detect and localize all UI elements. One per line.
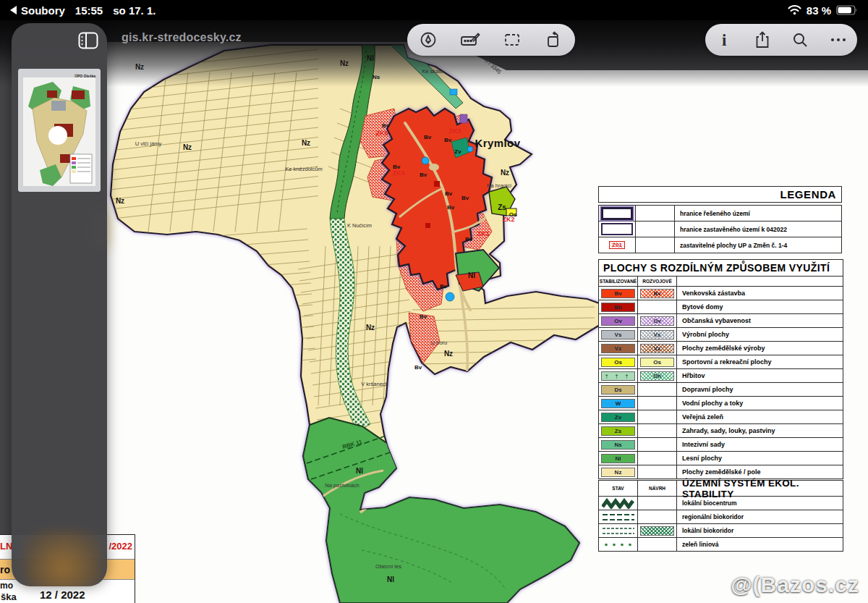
document-page[interactable]: KrymlovNzNzNzNzNzNzNzNzNlNsNlNlNlZsOsZvB… — [0, 0, 868, 603]
zigzag-pattern — [602, 498, 635, 509]
map-label: Nz — [302, 139, 310, 147]
fragment-mo: mo — [0, 581, 13, 591]
col-rozvojove: ROZVOJOVÉ — [638, 277, 677, 286]
swatch-Bv: Bv — [640, 289, 674, 298]
map-label: ZK3 — [448, 127, 461, 135]
land-use-label: Intezivní sady — [677, 438, 843, 451]
markup-pen-icon[interactable] — [412, 24, 444, 56]
eco-stability-row: lokální biocentrum — [599, 497, 843, 510]
land-use-label: Dopravní plochy — [677, 383, 843, 396]
map-label: Nz — [366, 324, 375, 332]
map-label: V kršanech — [361, 381, 388, 387]
map-label: Bv — [414, 364, 422, 371]
swatch-Vs: Vs — [640, 330, 674, 340]
share-icon[interactable] — [746, 24, 778, 56]
selection-crop-icon[interactable] — [496, 24, 528, 56]
map-label: Obecní les — [375, 563, 401, 570]
swatch-Ds: Ds — [601, 385, 635, 395]
document-thumbnail[interactable]: ÚPO Oleška — [18, 69, 101, 192]
land-use-label: Plochy zemědělské výroby — [677, 342, 843, 355]
land-use-row: NlLesní plochy — [599, 452, 843, 465]
eco-stability-label: lokální biocentrum — [677, 497, 843, 510]
land-use-label: Zahrady, sady, louky, pastviny — [677, 424, 843, 437]
thumbnail-map — [18, 69, 101, 192]
map-label: Nz — [116, 197, 124, 205]
red-fragment-left: LN — [0, 541, 12, 552]
swatch-Os: Os — [601, 358, 635, 367]
swatch-Ns: Ns — [601, 440, 635, 450]
swatch-pattern: † † † — [601, 371, 635, 381]
legend-panel: LEGENDA hranice řešeného územíhranice za… — [598, 186, 842, 253]
swatch-Ov: Ov — [601, 316, 635, 326]
frame-bold-swatch — [601, 207, 633, 220]
land-use-row: WVodní plochy a toky — [599, 397, 843, 410]
title-block-date: 12 / 2022 — [40, 589, 85, 601]
swatch-Ov: Ov — [640, 316, 674, 326]
col-navrh: NÁVRH — [638, 481, 677, 496]
map-label: Nz — [444, 350, 453, 358]
swatch-Bv: Bv — [601, 289, 635, 298]
map-label: Nl — [356, 467, 363, 475]
land-use-label: Sportovní a rekreační plochy — [677, 355, 843, 368]
map-label: Na pastvinách — [325, 482, 359, 489]
text-annotate-icon[interactable] — [454, 24, 486, 56]
red-fragment-right: /2022 — [109, 541, 132, 552]
wifi-icon — [788, 5, 801, 15]
land-use-label: Veřejná zeleň — [677, 410, 843, 423]
back-to-app-button[interactable]: Soubory — [10, 4, 65, 17]
legend-row: hranice řešeného území — [599, 206, 841, 221]
eco-stability-title: ÚZEMNÍ SYSTÉM EKOL. STABILITY — [677, 478, 843, 499]
watermark: @(Bazos.cz — [731, 573, 859, 597]
map-label: Bv — [444, 137, 451, 143]
swatch-W: W — [601, 399, 635, 408]
map-label: Na hranici — [487, 182, 511, 189]
land-use-row: VsVsVýrobní plochy — [599, 328, 843, 342]
map-label: Zs — [498, 203, 506, 211]
info-icon[interactable]: i — [708, 24, 740, 56]
map-label: Zv — [454, 148, 461, 155]
search-icon[interactable] — [784, 24, 816, 56]
col-stav: STAV — [599, 481, 638, 496]
land-use-label: Plochy zemědělské / pole — [677, 465, 843, 478]
swatch-Nl: Nl — [601, 454, 635, 463]
map-label: Ns — [373, 74, 380, 80]
swatch-Os: Os — [640, 358, 674, 367]
battery-icon — [836, 5, 858, 15]
eco-stability-rows: lokální biocentrumregionální biokoridorl… — [599, 497, 843, 551]
watermark-at-icon: @( — [731, 573, 760, 596]
map-label: Bv — [420, 172, 427, 178]
more-icon[interactable] — [822, 24, 854, 56]
land-use-label: Lesní plochy — [677, 452, 843, 465]
swatch-Oh: Oh — [640, 371, 674, 381]
map-label: ZK5 — [375, 130, 388, 137]
map-label: Nz — [183, 143, 192, 151]
map-label: Krymlov — [475, 137, 521, 149]
map-label: III / 3345 — [482, 56, 503, 75]
eco-stability-label: regionální biokoridor — [677, 510, 843, 523]
hatch-pattern — [640, 526, 674, 536]
rotate-icon[interactable] — [538, 24, 570, 56]
map-label: Nz — [501, 169, 509, 177]
eco-stability-row: lokální biokoridor — [599, 524, 843, 538]
land-use-label: Bytové domy — [677, 300, 843, 313]
sidebar-toggle-icon[interactable] — [78, 32, 98, 49]
swatch-Vz: Vz — [601, 344, 635, 353]
dashes-pattern — [602, 512, 635, 523]
map-label: Bv — [447, 204, 454, 211]
land-use-row: † † †OhHřbitov — [599, 369, 843, 383]
legend-rows: hranice řešeného územíhranice zastavěnéh… — [598, 205, 842, 253]
files-sidebar[interactable]: ÚPO Oleška — [12, 23, 107, 586]
land-use-row: DsDopravní plochy — [599, 383, 843, 397]
orange-fragment: ro — [0, 564, 10, 575]
legend-title: LEGENDA — [598, 186, 842, 203]
map-label: K Nučicím — [347, 222, 372, 229]
land-use-label: Občanská vybavenost — [677, 314, 843, 327]
swatch-Vs: Vs — [601, 330, 635, 340]
eco-stability-row: regionální biokoridor — [599, 510, 843, 524]
map-label: Bv — [382, 122, 389, 129]
map-label: RBK 11 — [341, 439, 362, 450]
map-label: Bv — [424, 134, 431, 140]
land-use-row: OvOvObčanská vybavenost — [599, 314, 843, 328]
land-use-row: ZsZahrady, sady, louky, pastviny — [599, 424, 843, 438]
map-label: Bv — [461, 195, 469, 201]
